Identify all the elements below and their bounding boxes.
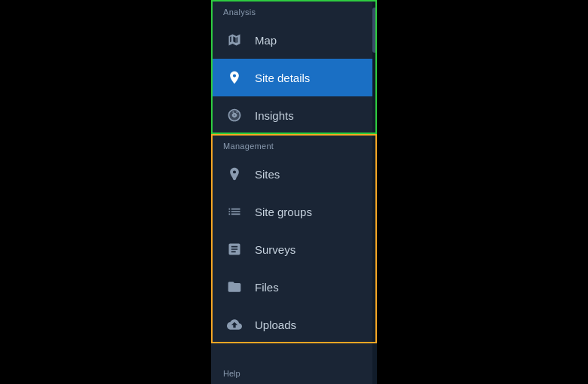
insights-icon: [226, 107, 243, 123]
site-details-label: Site details: [255, 72, 310, 84]
map-icon: [226, 32, 243, 48]
site-groups-icon: [226, 203, 243, 220]
sidebar-item-site-details[interactable]: Site details: [211, 59, 377, 96]
help-section-label: Help: [211, 363, 377, 384]
analysis-section-label: Analysis: [211, 0, 377, 21]
scrollbar[interactable]: [372, 0, 377, 384]
sidebar-item-site-groups[interactable]: Site groups: [211, 193, 377, 230]
sidebar-item-surveys[interactable]: Surveys: [211, 230, 377, 268]
management-group: Management Sites Site groups: [211, 134, 377, 343]
sidebar-item-uploads[interactable]: Uploads: [211, 306, 377, 343]
sidebar-item-map[interactable]: Map: [211, 21, 377, 59]
scrollbar-thumb: [372, 8, 377, 53]
sidebar-item-files[interactable]: Files: [211, 268, 377, 306]
analysis-group: Analysis Map Site details: [211, 0, 377, 134]
uploads-label: Uploads: [255, 318, 296, 331]
insights-label: Insights: [255, 109, 294, 122]
surveys-label: Surveys: [255, 243, 296, 256]
sidebar-item-sites[interactable]: Sites: [211, 155, 377, 193]
map-label: Map: [255, 34, 277, 47]
uploads-icon: [226, 316, 243, 333]
sidebar: Analysis Map Site details: [211, 0, 377, 384]
management-section-label: Management: [211, 134, 377, 155]
sites-label: Sites: [255, 168, 280, 181]
surveys-icon: [226, 241, 243, 258]
files-label: Files: [255, 281, 279, 294]
sites-icon: [226, 166, 243, 182]
site-groups-label: Site groups: [255, 206, 312, 218]
location-icon: [226, 69, 243, 86]
sidebar-item-insights[interactable]: Insights: [211, 96, 377, 134]
files-icon: [226, 279, 243, 295]
